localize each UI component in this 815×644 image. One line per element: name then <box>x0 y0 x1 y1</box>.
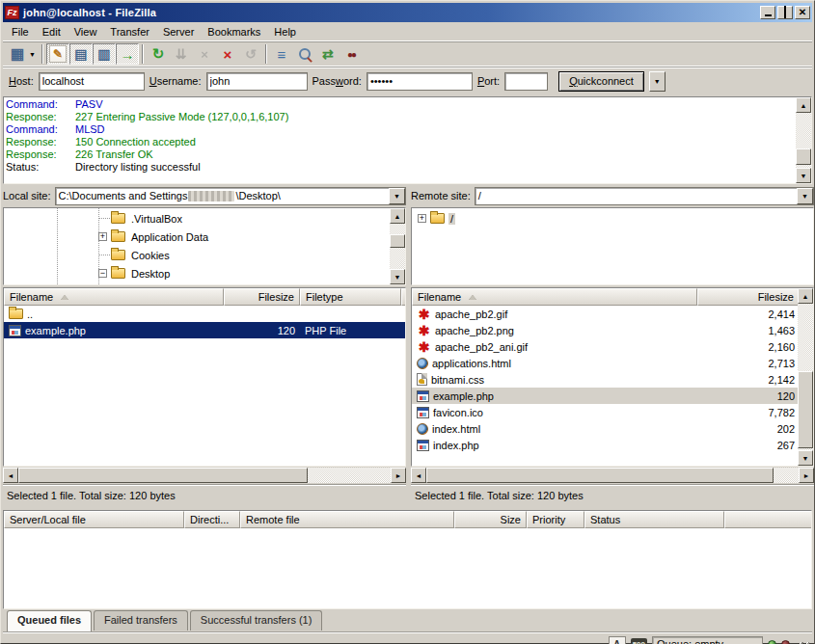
find-files-button[interactable] <box>340 43 363 65</box>
scrollbar-thumb[interactable] <box>796 148 811 165</box>
username-input[interactable] <box>206 72 308 91</box>
file-row[interactable]: index.php267 <box>412 437 798 453</box>
scroll-up-icon[interactable]: ▲ <box>796 97 811 113</box>
file-row[interactable]: bitnami.css2,142 <box>412 371 798 388</box>
tab-failed-transfers[interactable]: Failed transfers <box>94 610 188 631</box>
maximize-button[interactable] <box>777 6 793 19</box>
port-input[interactable] <box>504 72 548 91</box>
file-row[interactable]: example.php120 <box>412 388 798 404</box>
tab-queued-files[interactable]: Queued files <box>7 610 92 632</box>
menu-view[interactable]: View <box>68 24 104 40</box>
quickconnect-button[interactable]: Quickconnect <box>558 71 644 92</box>
scroll-right-icon[interactable]: ► <box>799 468 814 483</box>
directory-comparison-button[interactable] <box>293 43 316 65</box>
scroll-down-icon[interactable]: ▼ <box>798 450 813 466</box>
scroll-down-icon[interactable]: ▼ <box>390 269 405 284</box>
local-site-combobox[interactable]: C:\Documents and Settings\Desktop\ ▼ <box>55 187 406 205</box>
file-name-cell: bitnami.css <box>412 371 697 388</box>
file-row[interactable]: ✱apache_pb2.png1,463 <box>412 322 798 338</box>
queue-column-header[interactable]: Size <box>454 511 527 528</box>
minimize-button[interactable] <box>760 6 775 19</box>
disconnect-button[interactable]: × <box>216 43 239 65</box>
local-column-header[interactable]: Last modified <box>401 288 405 306</box>
file-row[interactable]: index.html202 <box>412 420 798 437</box>
collapse-icon[interactable]: − <box>98 269 107 278</box>
file-row[interactable]: example.php120PHP File1 <box>4 322 405 338</box>
scroll-up-icon[interactable]: ▲ <box>798 288 813 304</box>
chevron-down-icon[interactable]: ▼ <box>797 188 813 204</box>
quickconnect-dropdown-icon[interactable]: ▼ <box>649 71 666 92</box>
column-header-label: Filetype <box>306 291 343 303</box>
tree-item[interactable]: .VirtualBox <box>98 209 390 228</box>
local-column-header[interactable]: Filetype <box>300 288 401 306</box>
redacted-username <box>188 191 234 201</box>
tab-successful-transfers-1-[interactable]: Successful transfers (1) <box>190 610 323 631</box>
css-icon <box>417 373 427 386</box>
scrollbar-thumb[interactable] <box>798 371 813 448</box>
remote-column-header[interactable]: Filename <box>412 288 697 306</box>
menu-server[interactable]: Server <box>156 24 201 40</box>
remote-column-header[interactable]: Filesize <box>697 288 798 306</box>
scroll-down-icon[interactable]: ▼ <box>796 168 811 183</box>
queue-column-header[interactable]: Server/Local file <box>4 511 184 528</box>
queue-column-header[interactable]: Priority <box>527 511 584 528</box>
synchronized-browsing-button[interactable]: ⇄ <box>316 43 340 65</box>
queue-column-header[interactable]: Directi... <box>184 511 240 528</box>
tree-item[interactable]: +Application Data <box>98 228 390 246</box>
tree-item[interactable]: +/ <box>418 209 813 228</box>
file-row[interactable]: favicon.ico7,782 <box>412 404 798 420</box>
tree-item[interactable]: Cookies <box>98 246 390 264</box>
file-row[interactable]: .. <box>4 306 405 322</box>
tree-item[interactable]: −Desktop <box>98 264 390 282</box>
scrollbar-thumb[interactable] <box>390 234 405 248</box>
menu-bookmarks[interactable]: Bookmarks <box>201 24 267 40</box>
close-button[interactable]: ✕ <box>795 6 810 19</box>
titlebar[interactable]: Fz john@localhost - FileZilla ✕ <box>3 3 812 22</box>
expand-icon[interactable]: + <box>418 214 426 223</box>
scrollbar-thumb[interactable] <box>426 468 774 483</box>
dropdown-arrow-icon[interactable]: ▼ <box>29 51 36 58</box>
scroll-right-icon[interactable]: ► <box>391 468 406 483</box>
refresh-button[interactable]: ↻ <box>147 43 170 65</box>
data-type-indicator[interactable]: A <box>609 636 626 644</box>
remote-site-combobox[interactable]: / ▼ <box>475 187 814 205</box>
scroll-left-icon[interactable]: ◄ <box>411 468 426 483</box>
remote-list-scrollbar[interactable]: ▲ ▼ <box>798 288 813 466</box>
toggle-remote-tree-button[interactable]: ▥ <box>93 43 116 65</box>
local-column-header[interactable]: Filename <box>4 288 224 306</box>
filter-button[interactable]: ≡ <box>270 43 293 65</box>
queue-column-header[interactable]: Remote file <box>240 511 454 528</box>
chevron-down-icon[interactable]: ▼ <box>389 188 405 204</box>
password-input[interactable] <box>367 72 473 91</box>
scrollbar-thumb[interactable] <box>18 468 308 483</box>
file-row[interactable]: ✱apache_pb2.gif2,414 <box>412 306 798 322</box>
remote-hscrollbar[interactable]: ◄ ► <box>411 468 814 483</box>
site-manager-button[interactable]: ▦▼ <box>6 43 39 65</box>
message-log: Command:PASVResponse:227 Entering Passiv… <box>3 96 812 184</box>
local-tree-scrollbar[interactable]: ▲ ▼ <box>390 208 405 284</box>
file-type-cell: PHP File <box>300 322 401 338</box>
queue-column-header[interactable]: Status <box>584 511 724 528</box>
menu-edit[interactable]: Edit <box>36 24 68 40</box>
transfer-queue: Server/Local fileDirecti...Remote fileSi… <box>3 510 812 609</box>
log-scrollbar[interactable]: ▲ ▼ <box>796 97 811 183</box>
speed-limit-indicator[interactable]: 500 <box>631 638 647 644</box>
file-name: apache_pb2_ani.gif <box>435 341 528 353</box>
local-hscrollbar[interactable]: ◄ ► <box>3 468 406 483</box>
toggle-message-log-button[interactable]: ✎ <box>46 43 69 65</box>
toggle-queue-button[interactable]: → <box>116 43 139 65</box>
log-line: Response:226 Transfer OK <box>6 148 794 161</box>
file-row[interactable]: ✱apache_pb2_ani.gif2,160 <box>412 338 798 355</box>
file-row[interactable]: applications.html2,713 <box>412 355 798 371</box>
file-size-cell: 202 <box>697 420 798 437</box>
menu-file[interactable]: File <box>5 24 36 40</box>
host-input[interactable] <box>39 72 145 91</box>
directory-comparison-icon <box>296 45 313 63</box>
scroll-left-icon[interactable]: ◄ <box>3 468 18 483</box>
menu-transfer[interactable]: Transfer <box>103 24 156 40</box>
local-column-header[interactable]: Filesize <box>224 288 300 306</box>
expand-icon[interactable]: + <box>98 232 107 241</box>
scroll-up-icon[interactable]: ▲ <box>390 208 405 224</box>
toggle-local-tree-button[interactable]: ▤ <box>69 43 93 65</box>
menu-help[interactable]: Help <box>267 24 303 40</box>
